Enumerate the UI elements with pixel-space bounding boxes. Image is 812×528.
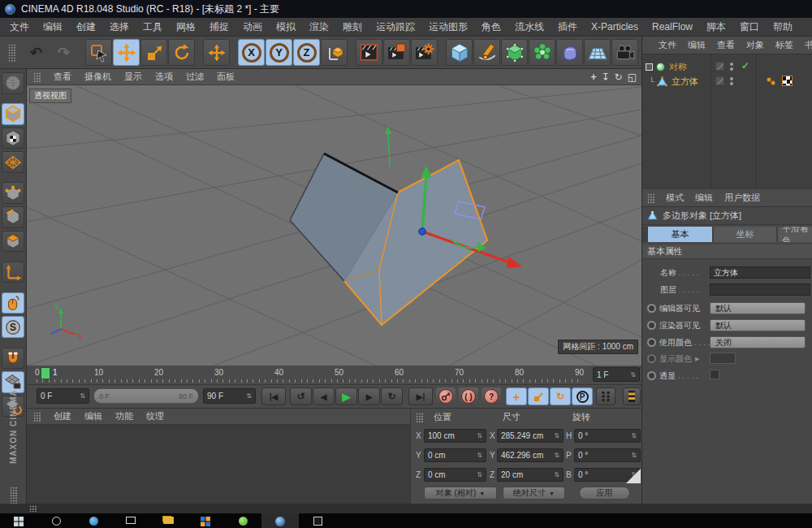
attr-menu-userdata[interactable]: 用户数据 — [724, 192, 760, 204]
previous-key-button[interactable]: ◀ — [313, 387, 335, 405]
menu-animate[interactable]: 动画 — [243, 20, 262, 34]
enable-snap-button[interactable] — [2, 348, 24, 370]
render-visibility-radio[interactable] — [647, 321, 656, 330]
coord-mode-dropdown[interactable]: 对象 (相对) ▼ — [424, 487, 497, 500]
name-field[interactable]: 立方体 — [710, 266, 810, 279]
viewport-grip[interactable] — [33, 72, 41, 82]
frame-field-spinner-icon[interactable]: ⇅ — [630, 371, 636, 379]
editor-visibility-radio[interactable] — [647, 304, 656, 313]
taskbar-app-4[interactable] — [149, 513, 187, 528]
environment-floor-button[interactable] — [584, 39, 611, 66]
vp-orbit-icon[interactable]: ↻ — [615, 71, 623, 83]
goto-start-button[interactable]: |◀ — [261, 387, 286, 405]
tab-coordinates[interactable]: 坐标 — [714, 227, 776, 242]
display-color-expand-icon[interactable]: ▶ — [695, 356, 699, 362]
taskbar-app-active[interactable] — [261, 513, 299, 528]
camera-button[interactable] — [611, 39, 638, 66]
menu-plugins[interactable]: 插件 — [558, 20, 577, 34]
taskbar-app-6[interactable] — [224, 513, 261, 528]
pos-y-field[interactable]: 0 cm⇅ — [424, 448, 486, 462]
texture-tag-icon[interactable] — [782, 76, 793, 86]
tab-basic[interactable]: 基本 — [648, 227, 712, 242]
layer-field[interactable] — [710, 283, 810, 296]
menu-script[interactable]: 脚本 — [706, 20, 726, 34]
mat-menu-create[interactable]: 创建 — [54, 410, 71, 422]
menu-character[interactable]: 角色 — [482, 20, 501, 34]
size-z-field[interactable]: 20 cm⇅ — [497, 468, 564, 482]
live-selection-button[interactable] — [85, 39, 112, 66]
polygons-mode-button[interactable] — [2, 231, 24, 253]
pos-x-spinner-icon[interactable]: ⇅ — [477, 432, 482, 439]
model-mode-button[interactable] — [2, 103, 24, 125]
rot-p-field[interactable]: 0 °⇅ — [574, 448, 641, 462]
pos-z-field[interactable]: 0 cm⇅ — [424, 468, 486, 482]
mograph-button[interactable] — [529, 39, 555, 66]
menu-xparticles[interactable]: X-Particles — [591, 21, 638, 32]
keyframe-selection-button[interactable]: ? — [482, 387, 501, 405]
menu-pipeline[interactable]: 流水线 — [515, 20, 544, 34]
visibility-dots[interactable] — [730, 63, 733, 71]
polygon-object[interactable] — [290, 154, 487, 325]
use-color-dropdown[interactable]: 关闭 — [710, 336, 806, 348]
om-menu-edit[interactable]: 编辑 — [688, 39, 706, 51]
vp-menu-display[interactable]: 显示 — [124, 71, 142, 83]
current-frame-marker[interactable] — [41, 367, 50, 379]
menu-tools[interactable]: 工具 — [143, 20, 162, 34]
mat-menu-function[interactable]: 功能 — [115, 410, 133, 422]
mat-menu-texture[interactable]: 纹理 — [146, 410, 164, 422]
key-scale-button[interactable] — [528, 387, 549, 405]
make-editable-button[interactable] — [2, 72, 24, 94]
layer-toggle-icon[interactable] — [715, 76, 724, 85]
tab-phong[interactable]: 平滑着色 — [778, 227, 812, 242]
vp-menu-panel[interactable]: 面板 — [217, 71, 235, 83]
axis-mode-button[interactable] — [2, 262, 24, 283]
taskbar-app-7[interactable] — [299, 513, 336, 528]
vp-menu-filter[interactable]: 过滤 — [186, 71, 204, 83]
edges-mode-button[interactable] — [2, 206, 24, 228]
menu-snap[interactable]: 捕捉 — [209, 20, 229, 34]
render-visibility-dropdown[interactable]: 默认 — [710, 319, 806, 331]
pos-y-spinner-icon[interactable]: ⇅ — [477, 452, 482, 459]
lock-z-axis-button[interactable]: Z — [293, 39, 320, 66]
key-parameter-button[interactable]: P — [572, 387, 593, 405]
layer-toggle-icon[interactable] — [715, 62, 724, 71]
menu-sculpt[interactable]: 雕刻 — [343, 20, 362, 34]
menu-window[interactable]: 窗口 — [740, 20, 759, 34]
taskbar-app-2[interactable] — [75, 513, 112, 528]
vp-pan-icon[interactable]: + — [591, 71, 597, 83]
render-picture-viewer-button[interactable] — [383, 39, 410, 66]
key-pla-button[interactable] — [596, 387, 615, 405]
vp-menu-camera[interactable]: 摄像机 — [84, 71, 111, 83]
mat-menu-edit[interactable]: 编辑 — [84, 410, 102, 422]
move-tool-button[interactable] — [113, 39, 140, 66]
om-menu-view[interactable]: 查看 — [717, 39, 735, 51]
taskbar-app-3[interactable] — [112, 513, 149, 528]
use-color-radio[interactable] — [647, 338, 656, 347]
menu-motion-tracker[interactable]: 运动跟踪 — [376, 20, 415, 34]
leftbar-grip[interactable] — [10, 487, 17, 504]
vp-menu-view[interactable]: 查看 — [54, 71, 71, 83]
om-menu-bookmarks[interactable]: 书签 — [805, 39, 812, 51]
start-frame-field[interactable]: 0 F ⇅ — [37, 388, 89, 404]
menu-mograph[interactable]: 运动图形 — [429, 20, 468, 34]
om-menu-file[interactable]: 文件 — [659, 39, 676, 51]
taskbar-app-1[interactable] — [37, 513, 75, 528]
frame-field[interactable]: 1 F ⇅ — [593, 367, 640, 382]
bottom-grip[interactable] — [29, 505, 37, 512]
autokey-button[interactable]: ( ) — [459, 387, 478, 405]
menu-render[interactable]: 渲染 — [309, 20, 329, 34]
redo-button[interactable]: ↷ — [50, 39, 77, 66]
undo-button[interactable]: ↶ — [23, 39, 50, 66]
basic-properties-section[interactable]: 基本属性 — [642, 245, 812, 259]
object-name[interactable]: 对称 — [669, 61, 687, 73]
last-tool-button[interactable] — [203, 39, 230, 66]
points-mode-button[interactable] — [2, 182, 24, 204]
play-backwards-button[interactable]: ↺ — [290, 387, 312, 405]
toolbar-grip[interactable] — [8, 44, 15, 62]
coordinate-system-button[interactable] — [321, 39, 348, 66]
menu-simulate[interactable]: 模拟 — [276, 20, 296, 34]
taskbar-app-5[interactable] — [187, 513, 224, 528]
tree-expand-icon[interactable] — [646, 63, 653, 71]
coords-grip[interactable] — [416, 413, 423, 422]
viewport-canvas[interactable]: Y X 透视视图 网格间距 : 1000 cm — [27, 85, 641, 366]
